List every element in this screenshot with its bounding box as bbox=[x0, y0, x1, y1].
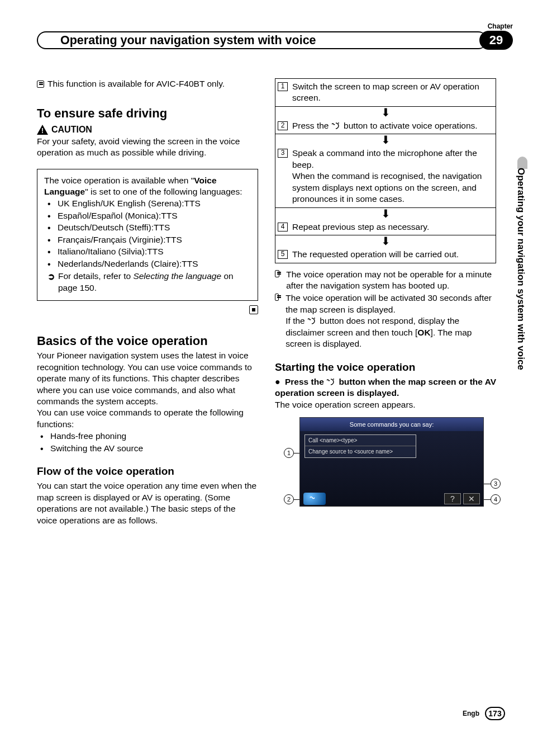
note-item: The voice operation will be activated 30… bbox=[275, 292, 496, 349]
note-text: The voice operation will be activated 30… bbox=[285, 292, 496, 349]
command-list: Call <name><type> Change source to <sour… bbox=[304, 434, 416, 457]
basics-functions-list: Hands-free phoning Switching the AV sour… bbox=[37, 431, 258, 454]
voice-operation-screenshot: Some commands you can say: Call <name><t… bbox=[299, 417, 484, 507]
callout-4: 4 bbox=[491, 494, 501, 504]
callout-2: 2 bbox=[284, 494, 294, 504]
page-number: 173 bbox=[485, 707, 505, 720]
list-item: Italiano/Italiano (Silvia):TTS bbox=[58, 246, 251, 257]
reference-arrow-icon: ➲ bbox=[47, 271, 55, 282]
availability-note: This function is available for AVIC-F40B… bbox=[37, 78, 258, 89]
svg-text:!: ! bbox=[41, 127, 44, 135]
chapter-label: Chapter bbox=[488, 22, 513, 30]
down-arrow-icon: ⬇ bbox=[275, 107, 496, 118]
right-column: 1 Switch the screen to map screen or AV … bbox=[275, 78, 496, 694]
note-text: The voice operation may not be operable … bbox=[286, 269, 496, 292]
list-item: Switching the AV source bbox=[50, 443, 258, 454]
side-tab-marker bbox=[517, 157, 527, 169]
voice-activate-button[interactable] bbox=[303, 493, 326, 505]
box-intro: The voice operation is available when "V… bbox=[44, 175, 251, 198]
note-icon bbox=[275, 270, 279, 277]
section-end-marker bbox=[37, 305, 258, 317]
flow-step: 5 The requested operation will be carrie… bbox=[275, 247, 496, 262]
note-icon bbox=[275, 294, 279, 301]
list-item: UK English/UK English (Serena):TTS bbox=[58, 198, 251, 209]
basics-paragraph-1: Your Pioneer navigation system uses the … bbox=[37, 350, 258, 407]
flow-step: 1 Switch the screen to map screen or AV … bbox=[275, 79, 496, 106]
caution-body: For your safety, avoid viewing the scree… bbox=[37, 136, 258, 159]
step-text: Switch the screen to map screen or AV op… bbox=[292, 81, 491, 104]
chapter-number-badge: 29 bbox=[479, 31, 513, 50]
help-button[interactable]: ? bbox=[444, 493, 461, 504]
heading-basics: Basics of the voice operation bbox=[37, 333, 258, 349]
bullet-icon: ● bbox=[275, 377, 280, 386]
voice-language-box: The voice operation is available when "V… bbox=[37, 169, 258, 301]
down-arrow-icon: ⬇ bbox=[275, 235, 496, 247]
voice-screen-figure: 1 2 3 4 Some commands you can say: Call … bbox=[286, 417, 496, 507]
flow-step: 4 Repeat previous step as necessary. bbox=[275, 219, 496, 235]
heading-ensure-safe-driving: To ensure safe driving bbox=[37, 105, 258, 121]
list-item: Hands-free phoning bbox=[50, 431, 258, 442]
voice-button-icon bbox=[331, 121, 341, 129]
list-item: Nederlands/Nederlands (Claire):TTS bbox=[58, 258, 251, 270]
caution-row: ! CAUTION bbox=[37, 124, 258, 135]
step-number-icon: 4 bbox=[278, 223, 288, 231]
side-tab-text: Operating your navigation system with vo… bbox=[515, 168, 526, 370]
caution-label: CAUTION bbox=[51, 124, 92, 135]
list-item: Français/Français (Virginie):TTS bbox=[58, 234, 251, 245]
note-icon bbox=[37, 81, 44, 88]
screenshot-header: Some commands you can say: bbox=[300, 418, 483, 431]
screenshot-toolbar: ? ✕ bbox=[300, 492, 483, 506]
down-arrow-icon: ⬇ bbox=[275, 208, 496, 219]
flow-steps-box: 1 Switch the screen to map screen or AV … bbox=[275, 78, 496, 263]
warning-triangle-icon: ! bbox=[37, 125, 48, 135]
step-text: Repeat previous step as necessary. bbox=[292, 221, 429, 233]
step-number-icon: 2 bbox=[278, 121, 288, 130]
basics-paragraph-2: You can use voice commands to operate th… bbox=[37, 407, 258, 430]
command-item: Change source to <source name> bbox=[305, 446, 416, 457]
list-item: Deutsch/Deutsch (Steffi):TTS bbox=[58, 222, 251, 233]
start-instruction: ● Press the button when the map screen o… bbox=[275, 376, 496, 399]
reference-text: For details, refer to Selecting the lang… bbox=[58, 271, 251, 294]
flow-step: 2 Press the button to activate voice ope… bbox=[275, 118, 496, 134]
manual-page: Chapter Operating your navigation system… bbox=[0, 0, 533, 756]
heading-flow: Flow of the voice operation bbox=[37, 464, 258, 478]
language-code: Engb bbox=[463, 710, 479, 717]
step-text: Press the button to activate voice opera… bbox=[292, 120, 478, 131]
flow-step: 3 Speak a command into the microphone af… bbox=[275, 145, 496, 207]
cross-reference: ➲ For details, refer to Selecting the la… bbox=[44, 271, 251, 294]
step-text: Speak a command into the microphone afte… bbox=[292, 148, 491, 205]
start-result: The voice operation screen appears. bbox=[275, 399, 496, 410]
callout-3: 3 bbox=[491, 479, 501, 489]
chapter-header: Operating your navigation system with vo… bbox=[37, 31, 513, 49]
notes: The voice operation may not be operable … bbox=[275, 269, 496, 350]
step-text: The requested operation will be carried … bbox=[292, 249, 459, 260]
note-item: The voice operation may not be operable … bbox=[275, 269, 496, 292]
language-list: UK English/UK English (Serena):TTS Españ… bbox=[44, 198, 251, 270]
list-item: Español/Español (Monica):TTS bbox=[58, 210, 251, 221]
close-button[interactable]: ✕ bbox=[463, 493, 480, 504]
page-footer: Engb 173 bbox=[463, 707, 505, 720]
side-tab: Operating your navigation system with vo… bbox=[514, 168, 527, 475]
chapter-title: Operating your navigation system with vo… bbox=[37, 31, 487, 49]
down-arrow-icon: ⬇ bbox=[275, 134, 496, 145]
command-item: Call <name><type> bbox=[305, 435, 416, 446]
step-number-icon: 5 bbox=[278, 250, 288, 259]
step-number-icon: 1 bbox=[278, 82, 288, 91]
left-column: This function is available for AVIC-F40B… bbox=[37, 78, 258, 694]
callout-1: 1 bbox=[284, 448, 294, 458]
voice-button-icon bbox=[326, 377, 336, 385]
flow-paragraph: You can start the voice operation any ti… bbox=[37, 480, 258, 526]
voice-button-icon bbox=[307, 316, 317, 324]
availability-note-text: This function is available for AVIC-F40B… bbox=[47, 79, 225, 88]
heading-starting: Starting the voice operation bbox=[275, 360, 496, 374]
step-number-icon: 3 bbox=[278, 149, 288, 158]
